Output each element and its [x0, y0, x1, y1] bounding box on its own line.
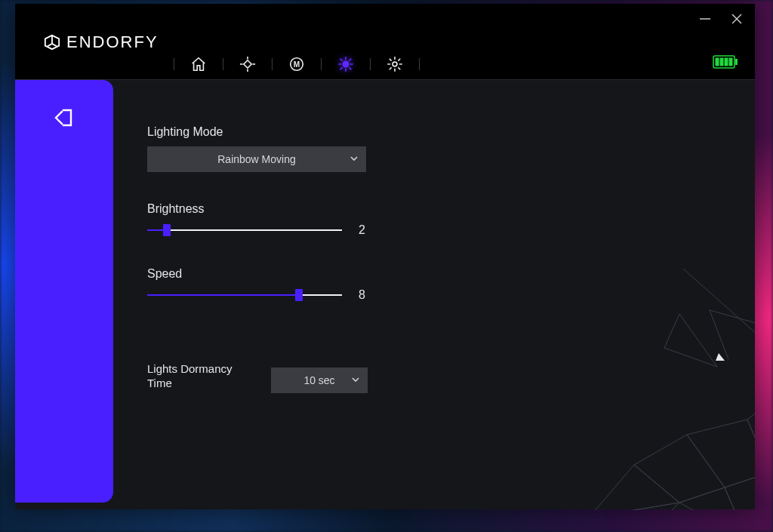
- home-icon: [190, 56, 207, 72]
- back-icon: [51, 106, 75, 130]
- svg-text:M: M: [294, 60, 300, 69]
- brand-logo-icon: [44, 34, 60, 51]
- svg-line-4: [48, 44, 52, 47]
- svg-rect-6: [244, 60, 251, 68]
- brightness-thumb[interactable]: [163, 224, 171, 236]
- svg-marker-32: [687, 420, 755, 487]
- back-button[interactable]: [51, 106, 75, 133]
- svg-marker-36: [725, 472, 755, 510]
- svg-rect-25: [716, 58, 719, 66]
- dpi-icon: [239, 56, 256, 72]
- svg-rect-26: [720, 58, 724, 66]
- app-window: ENDORFY M: [15, 4, 755, 509]
- top-nav: M: [174, 49, 435, 79]
- sidebar: [15, 80, 113, 503]
- dormancy-select[interactable]: 10 sec: [271, 367, 368, 393]
- svg-rect-24: [735, 59, 738, 65]
- chevron-down-icon: [350, 153, 359, 165]
- speed-value: 8: [359, 288, 371, 302]
- titlebar: ENDORFY M: [15, 4, 755, 80]
- minimize-button[interactable]: [696, 10, 714, 28]
- svg-marker-34: [544, 503, 679, 510]
- nav-separator: [370, 58, 371, 70]
- speed-fill: [147, 294, 299, 296]
- nav-separator: [419, 58, 420, 70]
- nav-home[interactable]: [189, 55, 208, 73]
- gear-icon: [386, 56, 403, 72]
- svg-marker-30: [589, 465, 679, 510]
- brand: ENDORFY: [44, 32, 159, 52]
- close-button[interactable]: [728, 10, 746, 28]
- speed-label: Speed: [147, 267, 725, 281]
- lighting-icon: [337, 56, 354, 72]
- svg-marker-31: [634, 435, 725, 503]
- nav-lighting[interactable]: [337, 55, 355, 73]
- battery-indicator: [713, 55, 738, 72]
- chevron-down-icon: [351, 374, 360, 386]
- brand-name: ENDORFY: [66, 32, 159, 52]
- nav-separator: [223, 58, 223, 70]
- svg-point-13: [343, 61, 348, 66]
- svg-rect-28: [729, 58, 733, 66]
- battery-icon: [713, 55, 738, 69]
- brightness-label: Brightness: [147, 202, 725, 216]
- svg-point-22: [393, 62, 397, 66]
- speed-thumb[interactable]: [295, 289, 303, 301]
- nav-dpi[interactable]: [239, 55, 257, 73]
- svg-line-19: [350, 68, 351, 69]
- nav-settings[interactable]: [386, 55, 404, 73]
- svg-marker-33: [747, 389, 755, 472]
- brightness-slider[interactable]: 2: [147, 223, 725, 237]
- lighting-mode-label: Lighting Mode: [147, 125, 725, 139]
- svg-line-21: [350, 59, 351, 60]
- svg-line-20: [340, 68, 342, 69]
- lighting-mode-select[interactable]: Rainbow Moving: [147, 146, 366, 172]
- nav-separator: [321, 58, 322, 70]
- svg-line-5: [52, 44, 57, 47]
- speed-slider[interactable]: 8: [147, 288, 725, 302]
- macro-icon: M: [288, 56, 305, 72]
- lighting-mode-value: Rainbow Moving: [217, 153, 296, 165]
- brightness-value: 2: [359, 223, 371, 237]
- dormancy-value: 10 sec: [303, 374, 334, 386]
- dormancy-label: Lights Dormancy Time: [147, 362, 253, 391]
- lighting-settings: Lighting Mode Rainbow Moving Brightness …: [147, 125, 725, 398]
- svg-rect-27: [725, 58, 728, 66]
- nav-macro[interactable]: M: [288, 55, 306, 73]
- nav-separator: [272, 58, 273, 70]
- svg-line-18: [340, 59, 342, 60]
- svg-marker-35: [679, 487, 747, 510]
- nav-separator: [174, 58, 174, 70]
